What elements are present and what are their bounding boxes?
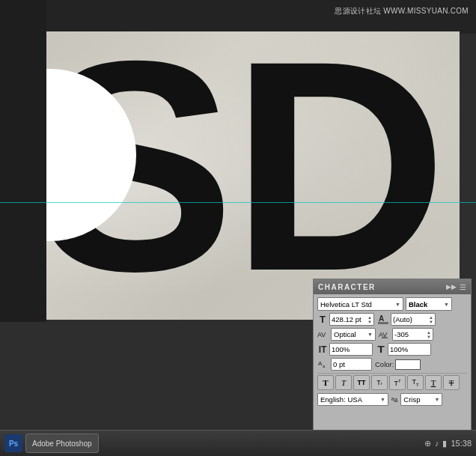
vscale-group: IT 100% (317, 343, 373, 356)
style-btn-bold[interactable]: T (317, 375, 334, 390)
style-btn-strikethrough[interactable]: T (443, 375, 460, 390)
canvas-area: SD (46, 31, 460, 320)
time-display: 15:38 (451, 439, 472, 448)
panel-close-icon[interactable]: ☰ (460, 283, 466, 291)
style-btn-italic[interactable]: T (335, 375, 352, 390)
guide-line (0, 202, 476, 203)
style-buttons-row: T T TT Tr TT TT T T (317, 375, 467, 390)
style-btn-allcaps[interactable]: TT (353, 375, 370, 390)
antialias-value: Crisp (403, 395, 420, 404)
tracking-field[interactable]: -305 ▲ ▼ (392, 328, 433, 341)
ps-icon[interactable]: Ps (4, 434, 22, 452)
baseline-icon: Aa (317, 359, 329, 371)
hscale-field[interactable]: 100% (388, 343, 431, 356)
baseline-color-row: Aa 0 pt Color: (317, 358, 467, 371)
aa-icon: ªa (391, 396, 397, 404)
app-taskbar-item[interactable]: Adobe Photoshop (25, 434, 99, 453)
svg-text:AV: AV (317, 331, 326, 338)
lang-aa-row: English: USA ▼ ªa Crisp ▼ (317, 393, 467, 406)
panel-header-controls: ▶▶ ☰ (446, 283, 466, 291)
vscale-value: 100% (332, 345, 350, 353)
color-swatch[interactable] (395, 359, 421, 370)
panel-divider (317, 373, 467, 374)
baseline-field[interactable]: 0 pt (331, 358, 372, 371)
sound-icon: ♪ (435, 439, 439, 448)
taskbar-right-icons: ⊕ ♪ ▮ 15:38 (424, 439, 472, 449)
hscale-value: 100% (390, 345, 408, 353)
left-strip (0, 0, 46, 322)
tracking-value: -305 (394, 330, 409, 338)
antialias-arrow: ▼ (434, 397, 439, 402)
baseline-value: 0 pt (333, 360, 345, 368)
color-label: Color: (375, 360, 394, 368)
tracking-spinners[interactable]: ▲ ▼ (427, 330, 431, 339)
app-name-label: Adobe Photoshop (32, 440, 92, 448)
style-btn-super[interactable]: TT (389, 375, 406, 390)
svg-text:a: a (323, 364, 326, 368)
style-btn-smallcaps[interactable]: Tr (371, 375, 388, 390)
font-style-arrow: ▼ (444, 302, 449, 307)
hscale-icon: T (374, 344, 388, 355)
style-btn-sub[interactable]: TT (407, 375, 424, 390)
kern-label: AV (317, 329, 329, 341)
vscale-icon: IT (317, 344, 328, 355)
taskbar: Ps Adobe Photoshop ⊕ ♪ ▮ 15:38 (0, 430, 476, 456)
watermark: 思源设计社坛 WWW.MISSYUAN.COM (335, 6, 469, 16)
language-arrow: ▼ (380, 397, 385, 402)
kerning-method-arrow: ▼ (367, 332, 373, 337)
style-btn-underline[interactable]: T (425, 375, 442, 390)
kerning-method-dropdown[interactable]: Optical ▼ (331, 328, 376, 341)
hscale-group: T 100% (376, 343, 431, 356)
kerning-method-group: AV Optical ▼ (317, 328, 376, 341)
battery-icon: ▮ (442, 439, 447, 449)
antialias-dropdown[interactable]: Crisp ▼ (400, 393, 442, 406)
panel-menu-icon[interactable]: ▶▶ (446, 283, 457, 291)
kerning-method-value: Optical (334, 330, 356, 338)
color-group: Color: (375, 359, 421, 370)
tracking-label: AV (379, 329, 391, 341)
top-strip (0, 0, 476, 34)
baseline-group: Aa 0 pt (317, 358, 372, 371)
tracking-group: AV -305 ▲ ▼ (379, 328, 433, 341)
language-value: English: USA (320, 395, 362, 404)
kerning-row: AV Optical ▼ AV -305 ▲ ▼ (317, 328, 467, 341)
scale-row: IT 100% T 100% (317, 343, 467, 356)
vscale-field[interactable]: 100% (329, 343, 373, 356)
network-icon: ⊕ (424, 439, 431, 449)
language-dropdown[interactable]: English: USA ▼ (317, 393, 388, 406)
